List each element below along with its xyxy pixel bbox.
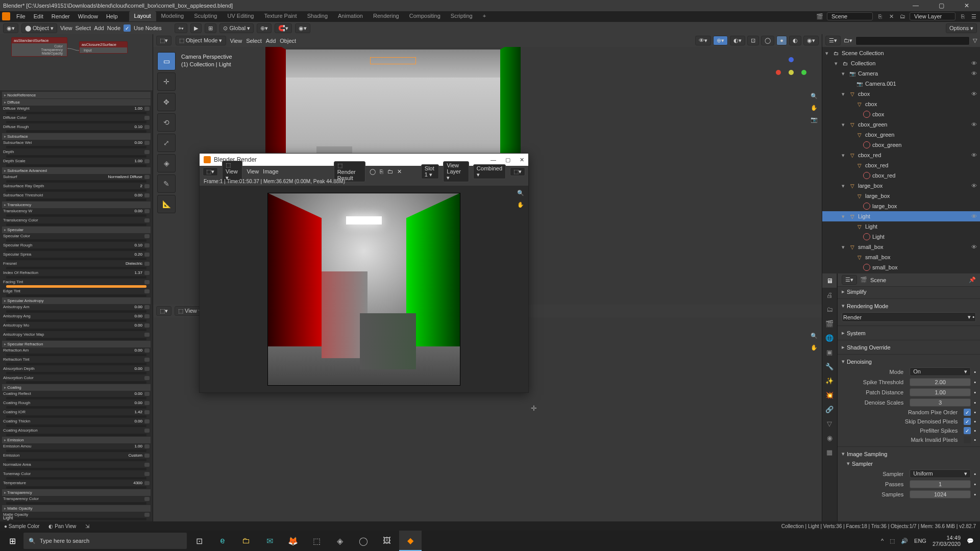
- lower-editor-type[interactable]: ⬚▾: [156, 306, 172, 316]
- grid-tool-icon[interactable]: ⊞: [205, 23, 216, 33]
- tab-physics[interactable]: 💥: [822, 388, 837, 402]
- gizmo-z-icon[interactable]: [789, 57, 794, 62]
- random-pixel-checkbox[interactable]: ✓: [964, 409, 971, 416]
- tree-row-large-box[interactable]: ▽large_box: [822, 191, 980, 201]
- tab-constraints[interactable]: 🔗: [822, 402, 837, 416]
- shader-type-dropdown[interactable]: ⬤ Object ▾: [21, 23, 57, 33]
- vp-selectability-icon[interactable]: 👁▾: [695, 36, 711, 45]
- vp-gizmo-toggle[interactable]: ⊕▾: [713, 36, 728, 45]
- tab-output[interactable]: 🖨: [822, 288, 837, 302]
- tab-scene[interactable]: 🎬: [822, 316, 837, 331]
- prop-section-specular[interactable]: ▸ Specular: [2, 227, 151, 233]
- gizmo-y-icon[interactable]: [789, 70, 794, 75]
- render-close-button[interactable]: ✕: [520, 157, 524, 163]
- denoise-mode-dropdown[interactable]: On▾: [910, 367, 971, 376]
- render-editor-type[interactable]: ⬚▾: [203, 167, 218, 176]
- workspace-tab-compositing[interactable]: Compositing: [404, 11, 446, 21]
- tree-row-cbox-red[interactable]: ▽cbox_red: [822, 160, 980, 170]
- menu-render[interactable]: Render: [47, 12, 74, 20]
- samples-field[interactable]: 1024: [910, 490, 971, 498]
- measure-tool[interactable]: 📐: [157, 195, 176, 213]
- tab-viewlayer[interactable]: 🗂: [822, 302, 837, 316]
- vp-xray-toggle[interactable]: ⊡: [747, 36, 759, 45]
- render-maximize-button[interactable]: ▢: [505, 157, 510, 163]
- app-icon-1[interactable]: ⬚: [305, 531, 328, 551]
- editor-type-3d-dropdown[interactable]: ⬚▾: [156, 36, 172, 45]
- tray-lang[interactable]: ENG: [914, 538, 926, 544]
- mode-dropdown[interactable]: ⬚ Object Mode ▾: [176, 36, 226, 45]
- prop-row[interactable]: Refraction Am0.00: [2, 347, 151, 353]
- vp-menu-object[interactable]: Object: [280, 38, 296, 44]
- outliner-filter-icon[interactable]: ▽: [973, 37, 977, 44]
- tab-world[interactable]: 🌐: [822, 331, 837, 345]
- lower-pan-icon[interactable]: ✋: [811, 344, 818, 351]
- render-open-icon[interactable]: 🗀: [387, 168, 393, 174]
- scene-field[interactable]: Scene: [827, 12, 873, 20]
- gizmo-neg-x-icon[interactable]: [801, 70, 806, 75]
- taskbar-search[interactable]: 🔍 Type here to search: [23, 533, 187, 549]
- outliner-type-dropdown[interactable]: ☰▾: [825, 36, 841, 45]
- prop-section-specular-refraction[interactable]: ▸ Specular Refraction: [2, 341, 151, 347]
- cursor-tool-icon[interactable]: ⌖▾: [175, 23, 187, 33]
- denoise-scales-field[interactable]: 3: [910, 398, 971, 407]
- mail-icon[interactable]: ✉: [258, 531, 281, 551]
- prop-row[interactable]: Translucency Color: [2, 217, 151, 223]
- prop-row[interactable]: Coating Reflect0.00: [2, 391, 151, 396]
- prop-section-matte-opacity[interactable]: ▸ Matte Opacity: [2, 505, 151, 512]
- tree-row-cbox-green[interactable]: ▾▽cbox_green👁: [822, 119, 980, 130]
- prop-row[interactable]: Facing Tint: [2, 279, 151, 285]
- maximize-button[interactable]: ▢: [931, 1, 951, 11]
- render-unlink-icon[interactable]: ✕: [397, 168, 402, 175]
- menu-file[interactable]: File: [12, 12, 30, 20]
- tray-clock[interactable]: 14:49 27/03/2020: [933, 535, 961, 547]
- workspace-tab-layout[interactable]: Layout: [129, 11, 156, 21]
- tree-row-collection[interactable]: ▾🗀Collection👁: [822, 58, 980, 68]
- prefilter-checkbox[interactable]: ✓: [964, 427, 971, 434]
- panel-shading-override[interactable]: ▸Shading Override: [842, 342, 976, 352]
- photos-icon[interactable]: 🖼: [376, 531, 398, 551]
- tree-row-small-box[interactable]: ▽small_box: [822, 252, 980, 262]
- zoom-icon[interactable]: 🔍: [811, 93, 818, 99]
- app-icon-3[interactable]: ◯: [352, 531, 375, 551]
- scene-breadcrumb[interactable]: Scene: [870, 277, 886, 283]
- tree-row-cbox[interactable]: cbox: [822, 109, 980, 119]
- tray-expand-icon[interactable]: ^: [881, 538, 884, 544]
- prop-row[interactable]: Edge Tint: [2, 288, 151, 294]
- tree-row-light[interactable]: Light: [822, 232, 980, 242]
- shading-solid[interactable]: ●: [776, 36, 787, 45]
- workspace-add-button[interactable]: +: [478, 11, 491, 21]
- visibility-toggle[interactable]: 👁: [971, 244, 977, 250]
- prop-section-subsurface[interactable]: ▸ Subsurface: [2, 133, 151, 140]
- sampler-dropdown[interactable]: Uniform▾: [910, 469, 971, 478]
- render-image-area[interactable]: 🔍 ✋: [200, 186, 528, 392]
- tree-row-cbox-red[interactable]: ▾▽cbox_red👁: [822, 150, 980, 160]
- passes-field[interactable]: 1: [910, 480, 971, 488]
- tree-row-cbox[interactable]: ▾▽cbox👁: [822, 89, 980, 99]
- prop-row[interactable]: Anisotropy Mo0.00: [2, 322, 151, 328]
- pan-icon[interactable]: ✋: [811, 105, 818, 111]
- prop-row[interactable]: Specular Rough0.10: [2, 242, 151, 248]
- prop-row[interactable]: Specular Sprea0.20: [2, 252, 151, 257]
- blender-taskbar-icon[interactable]: ◆: [399, 531, 422, 551]
- prop-section-subsurface-advanced[interactable]: ▸ Subsurface Advanced: [2, 167, 151, 174]
- editor-type-dropdown[interactable]: ◉▾: [3, 23, 18, 33]
- select-box-tool[interactable]: ▭: [157, 52, 176, 70]
- outliner-search[interactable]: [855, 36, 970, 45]
- visibility-toggle[interactable]: 👁: [971, 91, 977, 97]
- prop-row[interactable]: Coating IOR1.42: [2, 409, 151, 415]
- use-nodes-checkbox[interactable]: ✓: [124, 24, 131, 32]
- close-button[interactable]: ✕: [957, 1, 977, 11]
- shading-wireframe[interactable]: ◯: [761, 36, 774, 45]
- nav-gizmo[interactable]: [776, 57, 806, 88]
- tree-row-small-box[interactable]: small_box: [822, 262, 980, 272]
- prop-row[interactable]: Absorption Depth0.00: [2, 366, 151, 371]
- prop-row[interactable]: Anisotropy Am0.00: [2, 304, 151, 310]
- prop-row[interactable]: Subsurface Ray Depth2: [2, 183, 151, 189]
- prop-row[interactable]: Transparency Color: [2, 496, 151, 502]
- tree-row-cbox[interactable]: ▽cbox: [822, 99, 980, 109]
- transform-tool[interactable]: ◈: [157, 154, 176, 172]
- tree-row-light[interactable]: ▾▽Light👁: [822, 211, 980, 221]
- rotate-tool[interactable]: ⟲: [157, 113, 176, 132]
- prop-row[interactable]: Coating Rough0.00: [2, 400, 151, 406]
- tab-material[interactable]: ◉: [822, 431, 837, 445]
